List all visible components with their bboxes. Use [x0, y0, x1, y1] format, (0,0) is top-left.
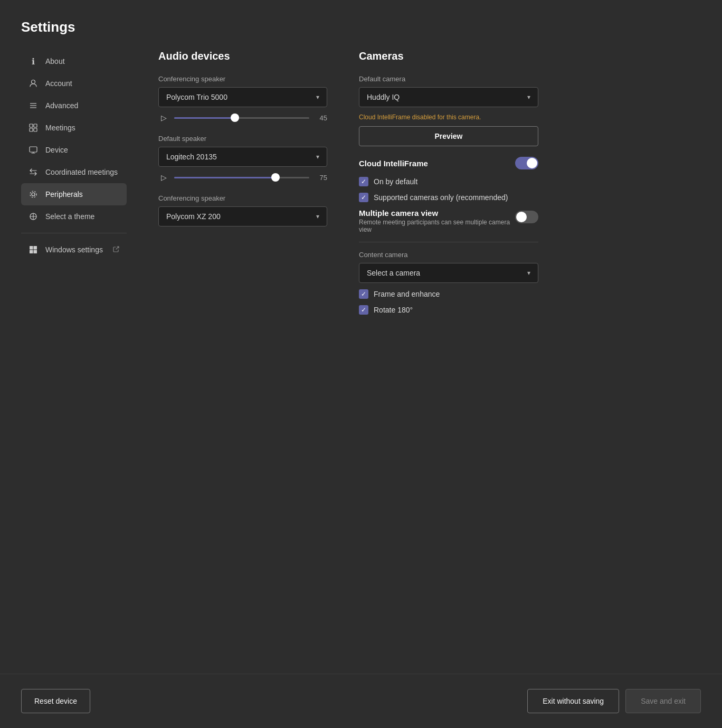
default-speaker-dropdown[interactable]: Logitech 20135 ▾ — [158, 147, 327, 167]
meetings-icon — [28, 123, 38, 133]
cloud-intelliframe-toggle[interactable] — [515, 157, 538, 169]
frame-and-enhance-checkbox[interactable]: ✓ — [359, 289, 368, 299]
default-speaker-label: Default speaker — [158, 135, 327, 143]
camera-section-title: Cameras — [359, 50, 538, 62]
slider-thumb[interactable] — [231, 114, 239, 122]
svg-point-12 — [30, 191, 36, 197]
slider-fill — [174, 117, 235, 119]
settings-page: Settings ℹ About Account — [0, 0, 722, 674]
slider-thumb[interactable] — [271, 173, 280, 182]
cloud-intelliframe-label: Cloud IntelliFrame — [359, 159, 428, 168]
conferencing-microphone-dropdown[interactable]: Polycom XZ 200 ▾ — [158, 206, 327, 226]
sidebar-item-windows-settings[interactable]: Windows settings — [21, 239, 127, 261]
on-by-default-checkbox[interactable]: ✓ — [359, 177, 368, 186]
conferencing-speaker-dropdown[interactable]: Polycom Trio 5000 ▾ — [158, 87, 327, 107]
advanced-icon — [28, 101, 38, 110]
cloud-intelliframe-warning: Cloud IntelliFrame disabled for this cam… — [359, 114, 538, 121]
checkmark-icon: ✓ — [361, 290, 366, 298]
chevron-down-icon: ▾ — [527, 93, 530, 101]
sidebar-item-device[interactable]: Device — [21, 139, 127, 161]
multiple-camera-view-row: Multiple camera view Remote meeting part… — [359, 209, 538, 233]
rotate-180-label: Rotate 180° — [374, 306, 413, 314]
default-speaker-value: Logitech 20135 — [166, 153, 217, 161]
supported-cameras-checkbox[interactable]: ✓ — [359, 193, 368, 202]
content-camera-dropdown[interactable]: Select a camera ▾ — [359, 263, 538, 283]
windows-icon — [28, 245, 38, 254]
multiple-camera-view-title: Multiple camera view — [359, 209, 515, 218]
default-camera-dropdown[interactable]: Huddly IQ ▾ — [359, 87, 538, 107]
sidebar-item-advanced[interactable]: Advanced — [21, 94, 127, 117]
camera-section: Cameras Default camera Huddly IQ ▾ Cloud… — [359, 50, 538, 674]
svg-rect-7 — [34, 128, 37, 131]
conferencing-speaker-slider-row: ▷ 45 — [158, 114, 327, 122]
cloud-intelliframe-row: Cloud IntelliFrame — [359, 157, 538, 169]
sidebar-item-label: Select a theme — [45, 212, 94, 221]
default-speaker-slider[interactable] — [174, 177, 309, 178]
svg-point-11 — [32, 193, 35, 196]
chevron-down-icon: ▾ — [316, 93, 319, 101]
sidebar-item-label: Device — [45, 146, 68, 154]
toggle-knob — [527, 158, 537, 168]
info-icon: ℹ — [28, 56, 38, 66]
sidebar-item-label: Account — [45, 79, 72, 88]
content-camera-label: Content camera — [359, 251, 538, 259]
frame-and-enhance-label: Frame and enhance — [374, 290, 440, 298]
conferencing-speaker-play-btn[interactable]: ▷ — [158, 114, 169, 122]
rotate-180-checkbox[interactable]: ✓ — [359, 305, 368, 315]
sidebar-item-label: Peripherals — [45, 190, 83, 198]
chevron-down-icon: ▾ — [527, 269, 530, 277]
checkmark-icon: ✓ — [361, 194, 366, 201]
svg-rect-17 — [34, 250, 37, 254]
reset-device-button[interactable]: Reset device — [21, 689, 90, 713]
settings-body: ℹ About Account — [21, 50, 701, 674]
sidebar-item-about[interactable]: ℹ About — [21, 50, 127, 72]
toggle-knob — [516, 212, 527, 222]
bottom-bar: Reset device Exit without saving Save an… — [0, 674, 722, 728]
multiple-camera-view-toggle[interactable] — [515, 211, 538, 223]
svg-rect-6 — [30, 128, 33, 131]
supported-cameras-row: ✓ Supported cameras only (recommended) — [359, 193, 538, 202]
conferencing-microphone-value: Polycom XZ 200 — [166, 212, 221, 221]
sidebar-item-account[interactable]: Account — [21, 72, 127, 94]
frame-and-enhance-row: ✓ Frame and enhance — [359, 289, 538, 299]
default-camera-label: Default camera — [359, 75, 538, 83]
checkmark-icon: ✓ — [361, 306, 366, 314]
audio-section-title: Audio devices — [158, 50, 327, 62]
sidebar-item-select-theme[interactable]: Select a theme — [21, 205, 127, 228]
exit-without-saving-button[interactable]: Exit without saving — [527, 689, 619, 713]
account-icon — [28, 79, 38, 88]
sidebar-item-label: Meetings — [45, 124, 75, 132]
slider-fill — [174, 177, 276, 178]
on-by-default-label: On by default — [374, 177, 417, 186]
conferencing-speaker-value: Polycom Trio 5000 — [166, 93, 227, 101]
chevron-down-icon: ▾ — [316, 153, 319, 160]
save-and-exit-button[interactable]: Save and exit — [625, 689, 701, 713]
peripherals-icon — [28, 190, 38, 199]
preview-button[interactable]: Preview — [359, 126, 538, 146]
default-speaker-play-btn[interactable]: ▷ — [158, 173, 169, 182]
on-by-default-row: ✓ On by default — [359, 177, 538, 186]
sidebar-item-coordinated[interactable]: Coordinated meetings — [21, 161, 127, 183]
conferencing-speaker-volume: 45 — [315, 114, 327, 122]
sidebar-item-meetings[interactable]: Meetings — [21, 117, 127, 139]
sidebar-item-label: Coordinated meetings — [45, 168, 118, 176]
audio-section: Audio devices Conferencing speaker Polyc… — [158, 50, 327, 674]
page-title: Settings — [21, 19, 701, 35]
sidebar-item-label: About — [45, 57, 65, 65]
svg-point-0 — [32, 80, 35, 84]
multiple-camera-view-subtitle: Remote meeting participants can see mult… — [359, 219, 515, 233]
default-camera-value: Huddly IQ — [367, 93, 400, 101]
bottom-right-buttons: Exit without saving Save and exit — [527, 689, 701, 713]
default-speaker-slider-row: ▷ 75 — [158, 173, 327, 182]
rotate-180-row: ✓ Rotate 180° — [359, 305, 538, 315]
external-link-icon — [113, 246, 119, 253]
sidebar-item-peripherals[interactable]: Peripherals — [21, 183, 127, 205]
conferencing-speaker-label: Conferencing speaker — [158, 75, 327, 83]
sidebar-item-label: Windows settings — [45, 245, 103, 254]
sidebar-item-label: Advanced — [45, 101, 78, 110]
chevron-down-icon: ▾ — [316, 213, 319, 220]
conferencing-speaker-slider[interactable] — [174, 117, 309, 119]
checkmark-icon: ✓ — [361, 178, 366, 185]
conferencing-microphone-label: Conferencing speaker — [158, 194, 327, 202]
sidebar-divider — [21, 233, 127, 233]
